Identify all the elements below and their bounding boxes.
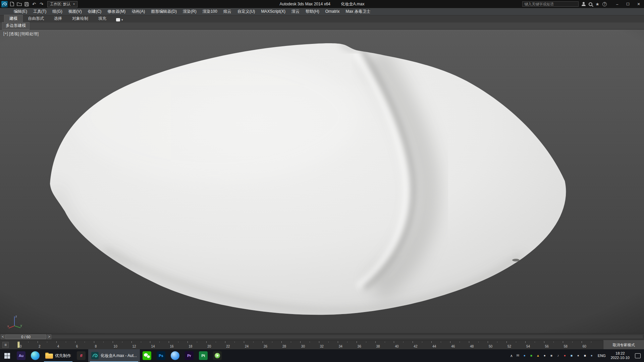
help-icon[interactable]: ? [602,2,607,6]
tray-icon[interactable]: ● [589,353,594,358]
timeline-tick: 48 [469,340,488,349]
tray-icon[interactable]: ● [562,353,567,358]
major-tick-mark [300,341,301,343]
menu-item[interactable]: Max 杀毒卫士 [342,8,373,15]
timeline-tick: 38 [375,340,394,349]
polygon-modeling-panel-tab[interactable]: 多边形建模 [2,22,30,29]
menu-item[interactable]: 组(G) [49,8,65,15]
minor-tick-mark [328,342,329,343]
menu-item[interactable]: 渲染(R) [180,8,200,15]
wechat-icon [143,351,151,360]
search-input[interactable] [522,1,579,7]
3dsmax-window-title: 化妆盒A.max - Aut... [101,353,137,359]
menu-item[interactable]: 动画(A) [128,8,148,15]
minimize-button[interactable]: – [612,0,623,8]
menu-item[interactable]: 图形编辑器(D) [148,8,180,15]
menu-item[interactable]: 炫云 [220,8,234,15]
taskbar-app-photoshop[interactable]: Ps [154,349,168,362]
favorites-star-icon[interactable]: ★ [595,2,599,6]
viewport-label-segment[interactable]: [+] [3,31,8,37]
menu-item[interactable]: 视图(V) [65,8,85,15]
workspace-selector[interactable]: 工作区: 默认 ▾ [47,1,77,7]
tray-icon[interactable]: ♪ [556,353,560,358]
taskbar-app-premiere[interactable]: Pr [182,349,196,362]
pt-app-icon: Pt [199,351,208,360]
input-language-indicator[interactable]: ENG [597,354,607,358]
minor-tick-mark [403,342,404,343]
minor-tick-mark [197,342,197,343]
viewport-label-segment[interactable]: [透视] [9,31,20,37]
menu-item[interactable]: Ornatrix [322,8,343,15]
undo-icon[interactable]: ↶ [32,2,37,7]
viewport-canvas[interactable] [0,29,644,333]
timeline-ruler[interactable]: 0 2 4 6 8 10 [0,340,600,349]
menu-item[interactable]: MAXScript(X) [258,8,288,15]
tray-icon[interactable]: ■ [569,353,574,358]
tray-icon[interactable]: ▲ [536,353,540,358]
menu-item[interactable]: 编辑(E) [11,8,30,15]
ribbon-tab[interactable]: 填充 [93,15,111,22]
redo-icon[interactable]: ↷ [39,2,44,7]
ribbon-config-button[interactable]: ▾ [116,18,123,22]
tick-label: 42 [414,345,417,348]
save-file-icon[interactable] [24,2,29,7]
svg-text:z: z [15,315,17,318]
timeline-tick: 36 [357,340,375,349]
menu-item[interactable]: 渲云 [288,8,303,15]
major-tick-mark [131,341,132,343]
timeline-tick: 2 [38,340,56,349]
ribbon-tab[interactable]: 自由形式 [23,15,49,22]
tick-label: 50 [489,345,492,348]
timeline-tick: 42 [413,340,431,349]
perspective-viewport[interactable]: [+][透视][明暗处理] z x y [0,29,644,333]
tray-icon[interactable]: ✉ [516,353,520,358]
3dsmax-app-button[interactable] [1,1,8,7]
taskbar-window-3dsmax[interactable]: 化妆盒A.max - Aut... [88,349,140,362]
minor-tick-mark [291,342,291,343]
new-scene-icon[interactable] [9,2,14,7]
tray-icon[interactable]: ■ [583,353,587,358]
open-file-icon[interactable] [17,2,22,7]
maximize-button[interactable]: ☐ [623,0,633,8]
taskbar-app-wechat[interactable] [140,349,154,362]
cancel-expert-mode-button[interactable]: 取消专家模式 [603,340,644,349]
time-slider-track[interactable] [1,335,643,339]
ribbon-tab[interactable]: 对象绘制 [67,15,93,22]
tray-icon[interactable]: ■ [549,353,554,358]
menu-item[interactable]: 工具(T) [30,8,49,15]
menu-item[interactable]: 帮助(H) [303,8,322,15]
action-center-icon[interactable] [635,353,641,358]
time-slider-handle[interactable]: 0 / 60 [5,335,46,339]
previous-frame-button[interactable]: < [1,335,5,339]
taskbar-window-folder[interactable]: 优先制作 [42,349,74,362]
taskbar-app-edge[interactable] [28,349,42,362]
search-icon[interactable] [589,2,592,6]
menu-item[interactable]: 自定义(U) [234,8,258,15]
ribbon-tab[interactable]: 选择 [49,15,67,22]
taskbar-app-camtasia[interactable] [210,349,224,362]
tray-icon[interactable]: ■ [529,353,534,358]
menu-item[interactable]: 修改器(M) [104,8,128,15]
minor-tick-mark [310,342,310,343]
start-button[interactable] [0,349,14,362]
taskbar-app-pt[interactable]: Pt [196,349,210,362]
minor-tick-mark [85,342,85,343]
ribbon-tab[interactable]: 建模 [4,15,23,22]
chevron-up-icon[interactable]: ∧ [510,354,513,358]
close-button[interactable]: ✕ [633,0,644,8]
tray-icon[interactable]: ● [522,353,527,358]
taskbar-app-audition[interactable]: Au [14,349,28,362]
timeline-tick: 22 [225,340,244,349]
tray-icon[interactable]: ● [576,353,581,358]
taskbar-clock[interactable]: 18:22 2022-10-10 [609,351,631,360]
tick-label: 60 [583,345,586,348]
taskbar-app-fl[interactable]: fl [74,349,88,362]
tick-label: 14 [151,345,155,348]
taskbar-app-blue-circle[interactable] [168,349,182,362]
tray-icon[interactable]: ● [542,353,547,358]
next-frame-button[interactable]: > [47,335,51,339]
menu-item[interactable]: 创建(C) [85,8,105,15]
sign-in-icon[interactable] [582,2,586,6]
viewport-label-segment[interactable]: [明暗处理] [20,31,39,37]
menu-item[interactable]: 渲染100 [200,8,220,15]
